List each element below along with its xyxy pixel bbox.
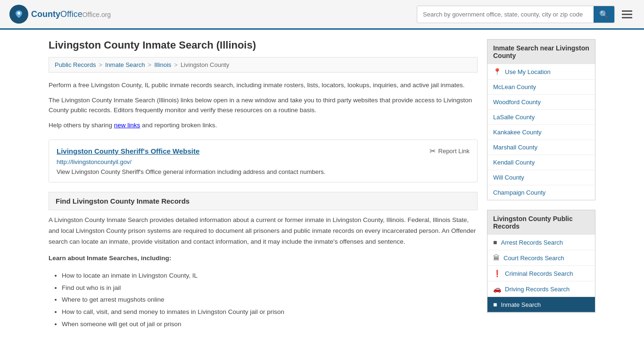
description-3: Help others by sharing new links and rep… bbox=[49, 120, 478, 131]
breadcrumb-inmate-search[interactable]: Inmate Search bbox=[105, 61, 145, 68]
court-records-link[interactable]: Court Records Search bbox=[504, 255, 564, 262]
bullet-item: How to locate an inmate in Livingston Co… bbox=[62, 270, 478, 282]
search-input[interactable] bbox=[417, 7, 594, 22]
arrest-records-icon: ■ bbox=[493, 239, 497, 246]
site-header: CountyOfficeOffice.org 🔍 bbox=[0, 0, 644, 30]
criminal-records-icon: ❗ bbox=[493, 270, 501, 277]
find-section-content: A Livingston County Inmate Search provid… bbox=[49, 215, 478, 247]
link-block: Livingston County Sheriff's Office Websi… bbox=[49, 140, 478, 182]
report-icon: ✂ bbox=[429, 147, 436, 156]
court-records-item[interactable]: 🏛 Court Records Search bbox=[487, 250, 595, 266]
use-location-item[interactable]: 📍 Use My Location bbox=[487, 64, 595, 80]
description-2: The Livingston County Inmate Search (Ill… bbox=[49, 95, 478, 115]
link-url[interactable]: http://livingstoncountyil.gov/ bbox=[57, 158, 470, 165]
link-block-title[interactable]: Livingston County Sheriff's Office Websi… bbox=[57, 147, 199, 155]
location-icon: 📍 bbox=[493, 68, 501, 75]
bullet-item: When someone will get out of jail or pri… bbox=[62, 318, 478, 330]
court-records-icon: 🏛 bbox=[493, 254, 500, 262]
public-records-list: ■ Arrest Records Search 🏛 Court Records … bbox=[487, 235, 595, 313]
learn-heading: Learn about Inmate Searches, including: bbox=[49, 253, 478, 264]
main-container: Livingston County Inmate Search (Illinoi… bbox=[39, 30, 605, 339]
nearby-list: 📍 Use My Location McLean County Woodford… bbox=[487, 64, 595, 200]
breadcrumb: Public Records > Inmate Search > Illinoi… bbox=[49, 57, 478, 73]
find-section-heading: Find Livingston County Inmate Records bbox=[49, 192, 478, 210]
bullet-item: Find out who is in jail bbox=[62, 282, 478, 294]
nearby-woodford[interactable]: Woodford County bbox=[487, 95, 595, 110]
new-links-link[interactable]: new links bbox=[114, 122, 140, 129]
nearby-section-title: Inmate Search near Livingston County bbox=[487, 39, 595, 64]
bullet-item: How to call, visit, and send money to in… bbox=[62, 306, 478, 318]
driving-records-item[interactable]: 🚗 Driving Records Search bbox=[487, 281, 595, 297]
use-location-link[interactable]: Use My Location bbox=[505, 68, 551, 75]
logo-icon bbox=[9, 5, 28, 24]
svg-point-1 bbox=[17, 12, 20, 15]
breadcrumb-sep-3: > bbox=[174, 61, 178, 68]
nearby-will[interactable]: Will County bbox=[487, 170, 595, 185]
driving-records-link[interactable]: Driving Records Search bbox=[505, 286, 570, 293]
driving-records-icon: 🚗 bbox=[493, 285, 501, 293]
public-records-section: Livingston County Public Records ■ Arres… bbox=[487, 210, 595, 313]
public-records-title: Livingston County Public Records bbox=[487, 210, 595, 235]
report-link-button[interactable]: ✂ Report Link bbox=[429, 147, 470, 156]
learn-bullets: How to locate an inmate in Livingston Co… bbox=[49, 270, 478, 330]
breadcrumb-illinois[interactable]: Illinois bbox=[154, 61, 171, 68]
criminal-records-link[interactable]: Criminal Records Search bbox=[505, 270, 573, 277]
sidebar: Inmate Search near Livingston County 📍 U… bbox=[487, 39, 595, 330]
description-1: Perform a free Livingston County, IL pub… bbox=[49, 80, 478, 90]
arrest-records-item[interactable]: ■ Arrest Records Search bbox=[487, 235, 595, 250]
nearby-kendall[interactable]: Kendall County bbox=[487, 155, 595, 170]
inmate-search-link[interactable]: Inmate Search bbox=[501, 301, 541, 308]
main-content: Livingston County Inmate Search (Illinoi… bbox=[49, 39, 478, 330]
inmate-search-item[interactable]: ■ Inmate Search bbox=[487, 297, 595, 313]
page-title: Livingston County Inmate Search (Illinoi… bbox=[49, 39, 478, 51]
nearby-marshall[interactable]: Marshall County bbox=[487, 140, 595, 155]
breadcrumb-sep-2: > bbox=[148, 61, 152, 68]
search-button[interactable]: 🔍 bbox=[594, 6, 614, 23]
nearby-mclean[interactable]: McLean County bbox=[487, 80, 595, 95]
nearby-lasalle[interactable]: LaSalle County bbox=[487, 110, 595, 125]
menu-button[interactable] bbox=[619, 8, 635, 21]
nearby-champaign[interactable]: Champaign County bbox=[487, 185, 595, 200]
logo-text: CountyOfficeOffice.org bbox=[31, 9, 111, 19]
search-bar[interactable]: 🔍 bbox=[417, 6, 615, 23]
criminal-records-item[interactable]: ❗ Criminal Records Search bbox=[487, 266, 595, 281]
breadcrumb-public-records[interactable]: Public Records bbox=[55, 61, 96, 68]
bullet-item: Where to get arrest mugshots online bbox=[62, 294, 478, 306]
inmate-search-icon: ■ bbox=[493, 301, 497, 308]
breadcrumb-sep-1: > bbox=[99, 61, 102, 68]
nearby-kankakee[interactable]: Kankakee County bbox=[487, 125, 595, 140]
header-controls: 🔍 bbox=[417, 6, 635, 23]
breadcrumb-current: Livingston County bbox=[181, 61, 229, 68]
logo[interactable]: CountyOfficeOffice.org bbox=[9, 5, 111, 24]
nearby-section: Inmate Search near Livingston County 📍 U… bbox=[487, 39, 595, 200]
arrest-records-link[interactable]: Arrest Records Search bbox=[501, 239, 563, 246]
link-description: View Livingston County Sheriff's Office … bbox=[57, 168, 470, 175]
